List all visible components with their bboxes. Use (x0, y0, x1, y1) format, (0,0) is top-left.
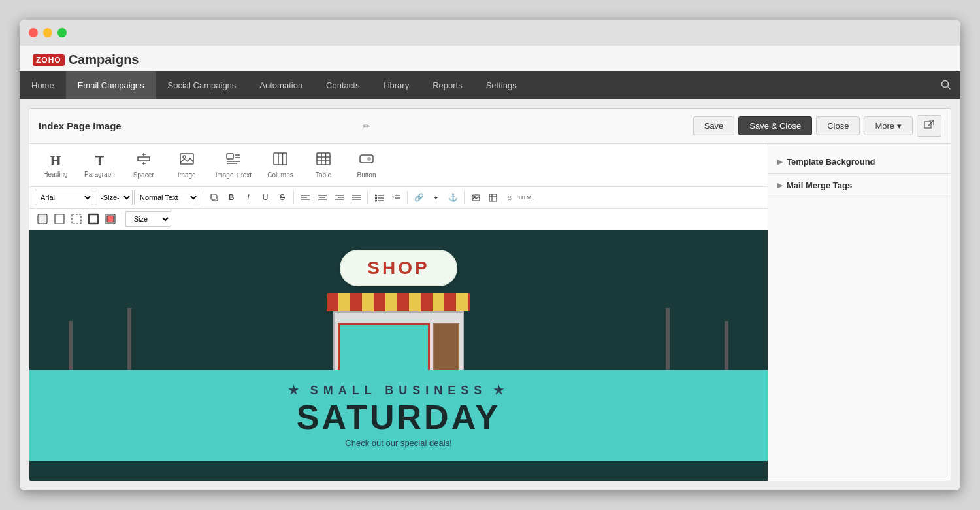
titlebar (20, 20, 960, 46)
divider-6 (122, 212, 122, 226)
shop-window (338, 323, 430, 372)
preview-button[interactable] (917, 115, 941, 137)
mail-merge-tags-header[interactable]: ▶ Mail Merge Tags (777, 180, 941, 190)
svg-rect-11 (227, 154, 233, 159)
svg-rect-58 (89, 214, 98, 224)
widget-image-text[interactable]: Image + text (210, 149, 257, 181)
svg-text:2.: 2. (392, 196, 395, 200)
lamp-post-far-left (69, 321, 73, 373)
underline-btn[interactable]: U (257, 190, 273, 205)
minimize-window-button[interactable] (43, 28, 52, 37)
svg-rect-19 (317, 153, 330, 165)
shop-illustration: SHOP (29, 230, 768, 370)
close-window-button[interactable] (29, 28, 38, 37)
svg-point-10 (183, 156, 186, 158)
align-right-btn[interactable] (331, 190, 347, 205)
font-family-select[interactable]: Arial (35, 190, 93, 205)
emoji-btn[interactable]: ☺ (502, 190, 517, 205)
template-background-section[interactable]: ▶ Template Background (768, 150, 951, 174)
link-btn[interactable]: 🔗 (411, 190, 427, 205)
justify-btn[interactable] (348, 190, 364, 205)
nav-search-button[interactable] (932, 71, 960, 99)
mail-merge-tags-section[interactable]: ▶ Mail Merge Tags (768, 174, 951, 197)
widget-image-label: Image (178, 171, 196, 178)
widget-image-text-label: Image + text (216, 171, 252, 178)
editor-left-panel: H Heading T Paragraph (29, 144, 768, 481)
border-dashed-btn[interactable] (69, 211, 84, 227)
divider-4 (407, 191, 408, 204)
image-icon (180, 152, 194, 170)
nav-item-reports[interactable]: Reports (421, 71, 474, 99)
content-area: Index Page Image ✏ Save Save & Close Clo… (20, 99, 960, 490)
align-left-btn[interactable] (297, 190, 313, 205)
widget-spacer[interactable]: Spacer (124, 149, 163, 181)
bold-format-btn[interactable]: B (223, 190, 239, 205)
svg-point-0 (942, 81, 949, 88)
nav-item-email-campaigns[interactable]: Email Campaigns (66, 71, 156, 99)
numbered-list-btn[interactable]: 1.2. (388, 190, 404, 205)
bullet-list-btn[interactable] (371, 190, 387, 205)
nav-item-home[interactable]: Home (20, 71, 66, 99)
more-button[interactable]: More ▾ (864, 116, 913, 135)
svg-rect-50 (472, 195, 480, 201)
widget-paragraph-label: Paragraph (84, 171, 115, 178)
widget-spacer-label: Spacer (133, 171, 154, 178)
nav-item-automation[interactable]: Automation (248, 71, 314, 99)
align-center-btn[interactable] (314, 190, 330, 205)
border-color-btn[interactable] (103, 211, 118, 227)
nav-item-settings[interactable]: Settings (474, 71, 529, 99)
chevron-down-icon: ▾ (897, 121, 902, 131)
template-background-label: Template Background (787, 157, 875, 167)
widget-heading-label: Heading (43, 171, 67, 178)
anchor-btn[interactable]: ⚓ (445, 190, 461, 205)
widget-button-label: Button (357, 171, 376, 178)
widget-paragraph[interactable]: T Paragraph (79, 150, 120, 180)
main-nav: Home Email Campaigns Social Campaigns Au… (20, 71, 960, 99)
widget-heading[interactable]: H Heading (36, 150, 75, 180)
lamp-post-left (127, 308, 131, 373)
shop-badge: SHOP (340, 250, 457, 286)
nav-item-library[interactable]: Library (371, 71, 421, 99)
star-right-icon: ★ (493, 383, 509, 398)
strikethrough-btn[interactable]: S (274, 190, 290, 205)
widget-table[interactable]: Table (304, 149, 343, 181)
widget-columns[interactable]: Columns (261, 149, 300, 181)
widget-image[interactable]: Image (167, 149, 206, 181)
close-button[interactable]: Close (816, 116, 860, 135)
columns-icon (273, 152, 287, 170)
tagline-text: Check out our special deals! (56, 438, 742, 448)
editor-container: Index Page Image ✏ Save Save & Close Clo… (29, 108, 951, 481)
nav-item-social-campaigns[interactable]: Social Campaigns (156, 71, 248, 99)
heading-icon: H (50, 152, 61, 169)
copy-btn[interactable] (206, 190, 222, 205)
nav-item-contacts[interactable]: Contacts (314, 71, 371, 99)
template-background-header[interactable]: ▶ Template Background (777, 157, 941, 167)
widget-columns-label: Columns (267, 171, 293, 178)
template-background-arrow: ▶ (777, 158, 783, 165)
italic-btn[interactable]: I (240, 190, 256, 205)
text-color-btn[interactable] (35, 211, 50, 227)
table-insert-btn[interactable] (485, 190, 500, 205)
image-size-select[interactable]: -Size- (125, 211, 171, 227)
editor-body: H Heading T Paragraph (29, 144, 951, 481)
save-button[interactable]: Save (693, 116, 735, 135)
edit-title-icon[interactable]: ✏ (363, 121, 370, 131)
canvas-area[interactable]: SHOP (29, 230, 768, 481)
svg-rect-4 (138, 157, 150, 161)
border-single-btn[interactable] (52, 211, 67, 227)
source-btn[interactable]: HTML (519, 190, 534, 205)
widget-button[interactable]: Button (347, 149, 386, 181)
editor-title: Index Page Image (39, 120, 357, 131)
special-char-btn[interactable]: ✦ (428, 190, 444, 205)
text-style-select[interactable]: Normal Text (134, 190, 199, 205)
image-inline-btn[interactable] (468, 190, 483, 205)
border-thick-btn[interactable] (86, 211, 101, 227)
svg-rect-52 (489, 194, 497, 201)
svg-rect-56 (55, 214, 64, 224)
font-size-select[interactable]: -Size- (95, 190, 133, 205)
svg-rect-2 (924, 122, 931, 128)
save-close-button[interactable]: Save & Close (738, 116, 812, 135)
svg-point-44 (375, 200, 376, 201)
maximize-window-button[interactable] (57, 28, 67, 37)
shop-awning (327, 293, 470, 311)
